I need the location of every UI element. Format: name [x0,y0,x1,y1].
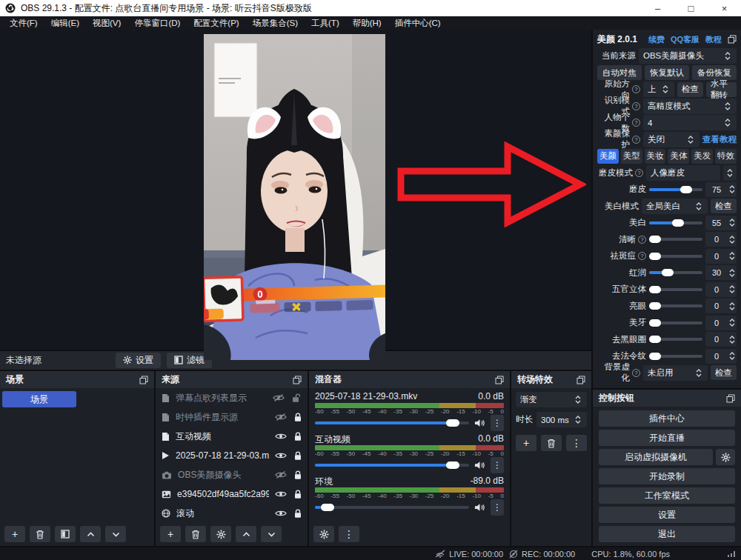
eye-slash-icon[interactable] [273,394,285,401]
view-tutorial-link[interactable]: 查看教程 [702,134,737,145]
bright-eyes-slider[interactable] [649,304,702,307]
scene-list-item[interactable]: 场景 [2,391,76,407]
plugin-center-button[interactable]: 插件中心 [599,410,735,427]
popout-icon[interactable] [139,376,148,384]
current-source-select[interactable]: OBS美颜摄像头 [639,48,737,64]
tab-makeup[interactable]: 美妆 [645,149,666,164]
source-row[interactable]: 互动视频 [156,427,308,446]
volume-slider[interactable] [315,506,469,509]
face-3d-slider[interactable] [649,288,702,291]
tab-hair[interactable]: 美发 [691,149,713,164]
start-virtual-camera-button[interactable]: 启动虚拟摄像机 [599,449,713,465]
speaker-icon[interactable] [474,503,485,512]
renew-link[interactable]: 续费 [648,34,665,45]
slider-valuebox[interactable]: 0 [705,349,737,364]
studio-mode-button[interactable]: 工作室模式 [599,487,735,504]
slider-valuebox[interactable]: 75 [705,182,737,197]
tab-face-shape[interactable]: 美型 [621,149,642,164]
channel-menu-button[interactable]: ⋮ [491,415,504,431]
lock-icon[interactable] [294,451,302,461]
lock-icon[interactable] [294,432,302,441]
preview-canvas[interactable]: 0 [0,30,591,350]
advanced-audio-button[interactable] [313,526,334,542]
whiten-mode-select[interactable]: 全局美白 [642,199,708,214]
scene-down-button[interactable] [105,526,126,542]
transition-menu-button[interactable]: ⋮ [566,435,587,451]
popout-icon[interactable] [726,394,735,403]
smooth-mode-select[interactable]: 人像磨皮 [646,165,720,181]
add-scene-button[interactable]: + [4,526,25,542]
source-row[interactable]: 弹幕点歌列表显示 [156,388,308,407]
add-transition-button[interactable]: + [516,435,536,451]
tab-body[interactable]: 美体 [668,149,689,164]
menu-docks[interactable]: 停靠窗口(D) [127,16,187,30]
scene-filters-button[interactable] [55,526,76,542]
settings-button[interactable]: 设置 [599,507,735,523]
slider-valuebox[interactable]: 30 [705,265,737,280]
slider-valuebox[interactable]: 0 [705,282,737,297]
white-teeth-slider[interactable] [649,321,702,324]
source-row[interactable]: 2025-07-18 21-29-03.mkv [156,446,308,465]
remove-transition-button[interactable] [541,435,562,451]
source-row[interactable]: 时钟插件显示源 [156,407,308,427]
eye-icon[interactable] [275,433,287,440]
menu-scene-collection[interactable]: 场景集合(S) [246,16,305,30]
slider-valuebox[interactable]: 0 [705,316,737,330]
nasolabial-slider[interactable] [649,355,702,358]
lock-icon[interactable] [294,413,302,422]
bg-blur-select[interactable]: 未启用 [643,365,708,381]
menu-file[interactable]: 文件(F) [3,16,44,30]
smooth-slider[interactable] [649,188,702,191]
whiten-slider[interactable] [649,221,702,224]
lock-icon[interactable] [294,509,302,519]
volume-slider[interactable] [315,464,469,467]
menu-view[interactable]: 视图(V) [86,16,127,30]
volume-slider[interactable] [315,421,469,424]
slider-valuebox[interactable]: 0 [705,299,737,313]
menu-help[interactable]: 帮助(H) [346,16,388,30]
eye-icon[interactable] [275,490,287,498]
start-streaming-button[interactable]: 开始直播 [599,430,735,446]
detect-mode-select[interactable]: 高精度模式 [643,99,737,114]
channel-menu-button[interactable]: ⋮ [491,457,504,473]
maximize-button[interactable]: □ [674,0,708,16]
remove-scene-button[interactable] [30,526,50,542]
source-down-button[interactable] [261,526,282,542]
eye-slash-icon[interactable] [275,413,287,421]
eye-icon[interactable] [275,452,287,459]
close-button[interactable]: × [708,0,741,16]
slider-valuebox[interactable]: 0 [705,332,737,347]
source-row[interactable]: e394502df49aa5fc2a99cd2e7c [156,484,308,504]
horizontal-flip-button[interactable]: 水平翻转 [706,82,737,97]
source-row[interactable]: 滚动 [156,504,308,523]
channel-menu-button[interactable]: ⋮ [491,499,504,516]
eye-slash-icon[interactable] [275,471,287,479]
blemish-slider[interactable] [649,255,702,258]
orientation-check-button[interactable]: 检查 [677,82,703,97]
rosy-slider[interactable] [649,271,702,274]
minimize-button[interactable]: – [641,0,674,16]
remove-source-button[interactable] [185,526,206,542]
qq-support-link[interactable]: QQ客服 [671,34,700,45]
popout-icon[interactable] [728,35,737,44]
restore-default-button[interactable]: 恢复默认 [645,65,689,80]
source-row[interactable]: OBS美颜摄像头 [156,465,308,484]
tutorial-link[interactable]: 教程 [705,34,722,45]
lock-open-icon[interactable] [292,393,302,403]
popout-icon[interactable] [576,376,585,384]
dark-circles-slider[interactable] [649,338,702,341]
add-source-button[interactable]: + [160,526,181,542]
popout-icon[interactable] [495,376,504,384]
transition-select[interactable]: 渐变 [516,392,587,407]
tab-effects[interactable]: 特效 [715,149,737,164]
eye-icon[interactable] [275,510,287,517]
virtual-camera-settings-button[interactable] [716,449,735,465]
whiten-check-button[interactable]: 检查 [711,199,737,213]
slider-valuebox[interactable]: 0 [705,232,737,247]
slider-valuebox[interactable]: 0 [705,249,737,264]
person-count-spinbox[interactable]: 4 [643,115,737,130]
clarity-slider[interactable] [649,238,702,241]
smooth-mode-spinner[interactable] [723,165,737,181]
lock-icon[interactable] [294,490,302,499]
lock-icon[interactable] [294,470,302,480]
